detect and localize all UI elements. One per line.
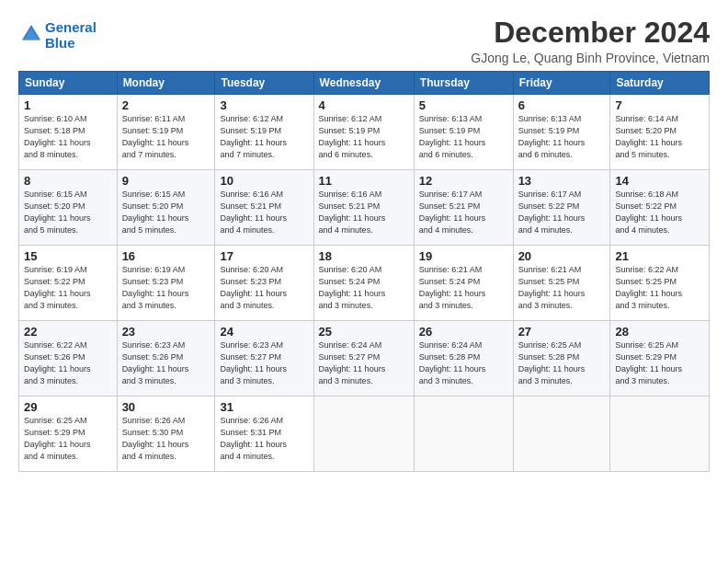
calendar-cell: 12Sunrise: 6:17 AM Sunset: 5:21 PM Dayli… <box>414 170 513 246</box>
day-info: Sunrise: 6:23 AM Sunset: 5:27 PM Dayligh… <box>220 339 308 387</box>
calendar-cell: 6Sunrise: 6:13 AM Sunset: 5:19 PM Daylig… <box>513 95 610 170</box>
calendar-cell: 4Sunrise: 6:12 AM Sunset: 5:19 PM Daylig… <box>313 95 414 170</box>
day-info: Sunrise: 6:12 AM Sunset: 5:19 PM Dayligh… <box>319 113 409 161</box>
day-info: Sunrise: 6:26 AM Sunset: 5:30 PM Dayligh… <box>122 415 210 463</box>
header-saturday: Saturday <box>610 72 710 95</box>
page-subtitle: GJong Le, Quang Binh Province, Vietnam <box>471 51 710 65</box>
day-info: Sunrise: 6:20 AM Sunset: 5:24 PM Dayligh… <box>319 264 409 312</box>
calendar-cell: 14Sunrise: 6:18 AM Sunset: 5:22 PM Dayli… <box>610 170 710 246</box>
calendar-cell: 16Sunrise: 6:19 AM Sunset: 5:23 PM Dayli… <box>117 246 215 321</box>
day-number: 27 <box>518 325 606 339</box>
header-friday: Friday <box>513 72 610 95</box>
day-number: 13 <box>518 174 606 188</box>
day-info: Sunrise: 6:24 AM Sunset: 5:28 PM Dayligh… <box>419 339 508 387</box>
header-thursday: Thursday <box>414 72 513 95</box>
day-number: 3 <box>220 98 308 112</box>
calendar-table: SundayMondayTuesdayWednesdayThursdayFrid… <box>18 71 710 472</box>
day-info: Sunrise: 6:16 AM Sunset: 5:21 PM Dayligh… <box>319 189 409 236</box>
day-number: 5 <box>419 98 508 112</box>
day-number: 18 <box>319 249 409 263</box>
day-info: Sunrise: 6:20 AM Sunset: 5:23 PM Dayligh… <box>220 264 308 312</box>
calendar-cell: 20Sunrise: 6:21 AM Sunset: 5:25 PM Dayli… <box>513 246 610 321</box>
day-number: 10 <box>220 174 308 188</box>
day-info: Sunrise: 6:21 AM Sunset: 5:25 PM Dayligh… <box>518 264 606 312</box>
logo: General Blue <box>18 20 97 51</box>
day-info: Sunrise: 6:14 AM Sunset: 5:20 PM Dayligh… <box>615 113 704 161</box>
calendar-cell: 31Sunrise: 6:26 AM Sunset: 5:31 PM Dayli… <box>215 396 313 472</box>
calendar-cell: 26Sunrise: 6:24 AM Sunset: 5:28 PM Dayli… <box>414 321 513 396</box>
day-info: Sunrise: 6:22 AM Sunset: 5:25 PM Dayligh… <box>615 264 704 312</box>
calendar-cell <box>610 396 710 472</box>
page: General Blue December 2024 GJong Le, Qua… <box>0 0 728 563</box>
day-number: 19 <box>419 249 508 263</box>
day-number: 30 <box>122 400 210 414</box>
title-area: December 2024 GJong Le, Quang Binh Provi… <box>471 17 710 65</box>
calendar-cell: 27Sunrise: 6:25 AM Sunset: 5:28 PM Dayli… <box>513 321 610 396</box>
calendar-cell: 25Sunrise: 6:24 AM Sunset: 5:27 PM Dayli… <box>313 321 414 396</box>
day-info: Sunrise: 6:25 AM Sunset: 5:28 PM Dayligh… <box>518 339 606 387</box>
day-info: Sunrise: 6:12 AM Sunset: 5:19 PM Dayligh… <box>220 113 308 161</box>
logo-line2: Blue <box>45 36 97 52</box>
day-info: Sunrise: 6:26 AM Sunset: 5:31 PM Dayligh… <box>220 415 308 463</box>
day-number: 16 <box>122 249 210 263</box>
calendar-cell: 30Sunrise: 6:26 AM Sunset: 5:30 PM Dayli… <box>117 396 215 472</box>
day-number: 12 <box>419 174 508 188</box>
calendar-cell <box>513 396 610 472</box>
day-number: 9 <box>122 174 210 188</box>
day-number: 15 <box>24 249 112 263</box>
day-info: Sunrise: 6:13 AM Sunset: 5:19 PM Dayligh… <box>419 113 508 161</box>
day-info: Sunrise: 6:10 AM Sunset: 5:18 PM Dayligh… <box>24 113 112 161</box>
day-number: 17 <box>220 249 308 263</box>
day-number: 29 <box>24 400 112 414</box>
header-sunday: Sunday <box>19 72 118 95</box>
calendar-cell: 17Sunrise: 6:20 AM Sunset: 5:23 PM Dayli… <box>215 246 313 321</box>
day-info: Sunrise: 6:24 AM Sunset: 5:27 PM Dayligh… <box>319 339 409 387</box>
day-number: 21 <box>615 249 704 263</box>
day-number: 24 <box>220 325 308 339</box>
day-info: Sunrise: 6:15 AM Sunset: 5:20 PM Dayligh… <box>24 189 112 236</box>
day-info: Sunrise: 6:19 AM Sunset: 5:22 PM Dayligh… <box>24 264 112 312</box>
day-number: 31 <box>220 400 308 414</box>
day-info: Sunrise: 6:25 AM Sunset: 5:29 PM Dayligh… <box>24 415 112 463</box>
day-number: 26 <box>419 325 508 339</box>
day-number: 8 <box>24 174 112 188</box>
day-info: Sunrise: 6:22 AM Sunset: 5:26 PM Dayligh… <box>24 339 112 387</box>
day-number: 11 <box>319 174 409 188</box>
calendar-cell: 22Sunrise: 6:22 AM Sunset: 5:26 PM Dayli… <box>19 321 118 396</box>
day-number: 14 <box>615 174 704 188</box>
calendar-week-4: 22Sunrise: 6:22 AM Sunset: 5:26 PM Dayli… <box>19 321 710 396</box>
logo-line1: General <box>45 20 97 36</box>
calendar-cell: 1Sunrise: 6:10 AM Sunset: 5:18 PM Daylig… <box>19 95 118 170</box>
day-number: 4 <box>319 98 409 112</box>
day-info: Sunrise: 6:19 AM Sunset: 5:23 PM Dayligh… <box>122 264 210 312</box>
calendar-cell: 7Sunrise: 6:14 AM Sunset: 5:20 PM Daylig… <box>610 95 710 170</box>
calendar-cell: 10Sunrise: 6:16 AM Sunset: 5:21 PM Dayli… <box>215 170 313 246</box>
calendar-cell: 23Sunrise: 6:23 AM Sunset: 5:26 PM Dayli… <box>117 321 215 396</box>
page-title: December 2024 <box>471 17 710 49</box>
day-number: 7 <box>615 98 704 112</box>
day-info: Sunrise: 6:17 AM Sunset: 5:22 PM Dayligh… <box>518 189 606 236</box>
day-number: 22 <box>24 325 112 339</box>
day-info: Sunrise: 6:11 AM Sunset: 5:19 PM Dayligh… <box>122 113 210 161</box>
calendar-cell: 5Sunrise: 6:13 AM Sunset: 5:19 PM Daylig… <box>414 95 513 170</box>
day-number: 2 <box>122 98 210 112</box>
calendar-cell: 3Sunrise: 6:12 AM Sunset: 5:19 PM Daylig… <box>215 95 313 170</box>
calendar-cell: 21Sunrise: 6:22 AM Sunset: 5:25 PM Dayli… <box>610 246 710 321</box>
calendar-cell <box>414 396 513 472</box>
calendar-cell: 29Sunrise: 6:25 AM Sunset: 5:29 PM Dayli… <box>19 396 118 472</box>
calendar-cell: 2Sunrise: 6:11 AM Sunset: 5:19 PM Daylig… <box>117 95 215 170</box>
calendar-cell: 13Sunrise: 6:17 AM Sunset: 5:22 PM Dayli… <box>513 170 610 246</box>
day-info: Sunrise: 6:16 AM Sunset: 5:21 PM Dayligh… <box>220 189 308 236</box>
calendar-week-2: 8Sunrise: 6:15 AM Sunset: 5:20 PM Daylig… <box>19 170 710 246</box>
calendar-cell: 9Sunrise: 6:15 AM Sunset: 5:20 PM Daylig… <box>117 170 215 246</box>
day-number: 6 <box>518 98 606 112</box>
calendar-cell: 18Sunrise: 6:20 AM Sunset: 5:24 PM Dayli… <box>313 246 414 321</box>
calendar-cell <box>313 396 414 472</box>
day-info: Sunrise: 6:13 AM Sunset: 5:19 PM Dayligh… <box>518 113 606 161</box>
day-info: Sunrise: 6:17 AM Sunset: 5:21 PM Dayligh… <box>419 189 508 236</box>
day-info: Sunrise: 6:25 AM Sunset: 5:29 PM Dayligh… <box>615 339 704 387</box>
day-number: 20 <box>518 249 606 263</box>
calendar-cell: 28Sunrise: 6:25 AM Sunset: 5:29 PM Dayli… <box>610 321 710 396</box>
day-number: 25 <box>319 325 409 339</box>
day-info: Sunrise: 6:18 AM Sunset: 5:22 PM Dayligh… <box>615 189 704 236</box>
